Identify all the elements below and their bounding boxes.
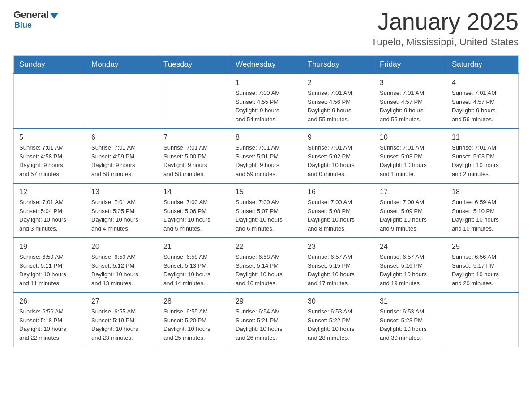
calendar-cell: 9Sunrise: 7:01 AM Sunset: 5:02 PM Daylig… <box>302 128 374 183</box>
day-info: Sunrise: 7:01 AM Sunset: 5:00 PM Dayligh… <box>163 143 224 178</box>
calendar-header-friday: Friday <box>374 56 446 74</box>
day-number: 29 <box>236 297 296 305</box>
day-number: 11 <box>452 133 513 141</box>
day-number: 6 <box>91 133 152 141</box>
day-info: Sunrise: 7:01 AM Sunset: 5:03 PM Dayligh… <box>452 143 513 178</box>
day-info: Sunrise: 7:00 AM Sunset: 5:06 PM Dayligh… <box>163 198 224 233</box>
calendar-cell: 16Sunrise: 7:00 AM Sunset: 5:08 PM Dayli… <box>302 183 374 238</box>
day-info: Sunrise: 7:01 AM Sunset: 4:57 PM Dayligh… <box>452 89 513 124</box>
calendar-cell: 20Sunrise: 6:59 AM Sunset: 5:12 PM Dayli… <box>86 238 158 292</box>
day-number: 26 <box>19 297 80 305</box>
calendar-header-row: SundayMondayTuesdayWednesdayThursdayFrid… <box>14 56 519 74</box>
day-number: 1 <box>236 79 296 87</box>
day-info: Sunrise: 7:01 AM Sunset: 4:56 PM Dayligh… <box>308 89 369 124</box>
day-number: 8 <box>236 133 296 141</box>
calendar-cell: 17Sunrise: 7:00 AM Sunset: 5:09 PM Dayli… <box>374 183 446 238</box>
day-info: Sunrise: 7:01 AM Sunset: 5:04 PM Dayligh… <box>19 198 80 233</box>
day-number: 23 <box>308 243 369 251</box>
day-info: Sunrise: 6:59 AM Sunset: 5:12 PM Dayligh… <box>91 253 152 287</box>
day-number: 3 <box>380 79 441 87</box>
day-info: Sunrise: 6:56 AM Sunset: 5:18 PM Dayligh… <box>19 307 80 342</box>
calendar-cell: 6Sunrise: 7:01 AM Sunset: 4:59 PM Daylig… <box>86 128 158 183</box>
day-info: Sunrise: 6:59 AM Sunset: 5:10 PM Dayligh… <box>452 198 513 233</box>
day-number: 4 <box>452 79 513 87</box>
day-number: 31 <box>380 297 441 305</box>
calendar-cell: 26Sunrise: 6:56 AM Sunset: 5:18 PM Dayli… <box>14 292 86 347</box>
calendar-cell: 10Sunrise: 7:01 AM Sunset: 5:03 PM Dayli… <box>374 128 446 183</box>
day-info: Sunrise: 7:00 AM Sunset: 5:07 PM Dayligh… <box>236 198 296 233</box>
day-number: 30 <box>308 297 369 305</box>
title-section: January 2025 Tupelo, Mississippi, United… <box>371 9 519 48</box>
day-number: 17 <box>380 188 441 196</box>
day-number: 5 <box>19 133 80 141</box>
day-number: 9 <box>308 133 369 141</box>
day-number: 21 <box>163 243 224 251</box>
month-title: January 2025 <box>371 9 519 34</box>
calendar-header-monday: Monday <box>86 56 158 74</box>
day-info: Sunrise: 6:53 AM Sunset: 5:22 PM Dayligh… <box>308 307 369 342</box>
calendar-cell: 4Sunrise: 7:01 AM Sunset: 4:57 PM Daylig… <box>446 74 519 128</box>
day-info: Sunrise: 6:53 AM Sunset: 5:23 PM Dayligh… <box>380 307 441 342</box>
day-info: Sunrise: 6:58 AM Sunset: 5:13 PM Dayligh… <box>163 253 224 287</box>
day-info: Sunrise: 6:55 AM Sunset: 5:19 PM Dayligh… <box>91 307 152 342</box>
day-info: Sunrise: 6:58 AM Sunset: 5:14 PM Dayligh… <box>236 253 296 287</box>
calendar-cell: 18Sunrise: 6:59 AM Sunset: 5:10 PM Dayli… <box>446 183 519 238</box>
day-info: Sunrise: 7:00 AM Sunset: 5:09 PM Dayligh… <box>380 198 441 233</box>
calendar-cell: 11Sunrise: 7:01 AM Sunset: 5:03 PM Dayli… <box>446 128 519 183</box>
day-info: Sunrise: 6:59 AM Sunset: 5:11 PM Dayligh… <box>19 253 80 287</box>
calendar-cell: 7Sunrise: 7:01 AM Sunset: 5:00 PM Daylig… <box>158 128 230 183</box>
calendar-cell <box>86 74 158 128</box>
calendar-cell: 28Sunrise: 6:55 AM Sunset: 5:20 PM Dayli… <box>158 292 230 347</box>
day-info: Sunrise: 6:57 AM Sunset: 5:16 PM Dayligh… <box>380 253 441 287</box>
calendar-header-sunday: Sunday <box>14 56 86 74</box>
calendar-week-2: 5Sunrise: 7:01 AM Sunset: 4:58 PM Daylig… <box>14 128 519 183</box>
calendar-cell: 3Sunrise: 7:01 AM Sunset: 4:57 PM Daylig… <box>374 74 446 128</box>
day-number: 19 <box>19 243 80 251</box>
page-header: General Blue January 2025 Tupelo, Missis… <box>13 9 519 48</box>
calendar-cell: 23Sunrise: 6:57 AM Sunset: 5:15 PM Dayli… <box>302 238 374 292</box>
calendar-cell: 19Sunrise: 6:59 AM Sunset: 5:11 PM Dayli… <box>14 238 86 292</box>
calendar-table: SundayMondayTuesdayWednesdayThursdayFrid… <box>13 55 519 347</box>
day-info: Sunrise: 7:00 AM Sunset: 4:55 PM Dayligh… <box>236 89 296 124</box>
calendar-cell <box>158 74 230 128</box>
calendar-cell: 27Sunrise: 6:55 AM Sunset: 5:19 PM Dayli… <box>86 292 158 347</box>
day-info: Sunrise: 7:01 AM Sunset: 4:57 PM Dayligh… <box>380 89 441 124</box>
day-info: Sunrise: 6:54 AM Sunset: 5:21 PM Dayligh… <box>236 307 296 342</box>
day-number: 18 <box>452 188 513 196</box>
logo-blue-text: Blue <box>14 21 32 30</box>
logo-triangle-icon <box>50 13 59 19</box>
calendar-header-wednesday: Wednesday <box>230 56 302 74</box>
calendar-header-thursday: Thursday <box>302 56 374 74</box>
calendar-week-5: 26Sunrise: 6:56 AM Sunset: 5:18 PM Dayli… <box>14 292 519 347</box>
calendar-cell: 8Sunrise: 7:01 AM Sunset: 5:01 PM Daylig… <box>230 128 302 183</box>
day-number: 13 <box>91 188 152 196</box>
calendar-week-4: 19Sunrise: 6:59 AM Sunset: 5:11 PM Dayli… <box>14 238 519 292</box>
day-info: Sunrise: 6:55 AM Sunset: 5:20 PM Dayligh… <box>163 307 224 342</box>
day-info: Sunrise: 7:01 AM Sunset: 4:59 PM Dayligh… <box>91 143 152 178</box>
calendar-cell: 12Sunrise: 7:01 AM Sunset: 5:04 PM Dayli… <box>14 183 86 238</box>
logo: General Blue <box>13 9 59 30</box>
calendar-cell <box>14 74 86 128</box>
day-info: Sunrise: 7:00 AM Sunset: 5:08 PM Dayligh… <box>308 198 369 233</box>
day-number: 16 <box>308 188 369 196</box>
location: Tupelo, Mississippi, United States <box>371 36 519 48</box>
calendar-cell: 1Sunrise: 7:00 AM Sunset: 4:55 PM Daylig… <box>230 74 302 128</box>
day-number: 7 <box>163 133 224 141</box>
day-number: 2 <box>308 79 369 87</box>
calendar-cell <box>446 292 519 347</box>
day-number: 27 <box>91 297 152 305</box>
calendar-cell: 29Sunrise: 6:54 AM Sunset: 5:21 PM Dayli… <box>230 292 302 347</box>
logo-general-text: General <box>13 9 48 21</box>
day-number: 28 <box>163 297 224 305</box>
calendar-cell: 24Sunrise: 6:57 AM Sunset: 5:16 PM Dayli… <box>374 238 446 292</box>
calendar-cell: 15Sunrise: 7:00 AM Sunset: 5:07 PM Dayli… <box>230 183 302 238</box>
day-number: 25 <box>452 243 513 251</box>
calendar-header-saturday: Saturday <box>446 56 519 74</box>
calendar-cell: 22Sunrise: 6:58 AM Sunset: 5:14 PM Dayli… <box>230 238 302 292</box>
day-info: Sunrise: 7:01 AM Sunset: 5:03 PM Dayligh… <box>380 143 441 178</box>
calendar-header-tuesday: Tuesday <box>158 56 230 74</box>
calendar-week-1: 1Sunrise: 7:00 AM Sunset: 4:55 PM Daylig… <box>14 74 519 128</box>
day-number: 15 <box>236 188 296 196</box>
day-number: 10 <box>380 133 441 141</box>
day-info: Sunrise: 7:01 AM Sunset: 5:01 PM Dayligh… <box>236 143 296 178</box>
